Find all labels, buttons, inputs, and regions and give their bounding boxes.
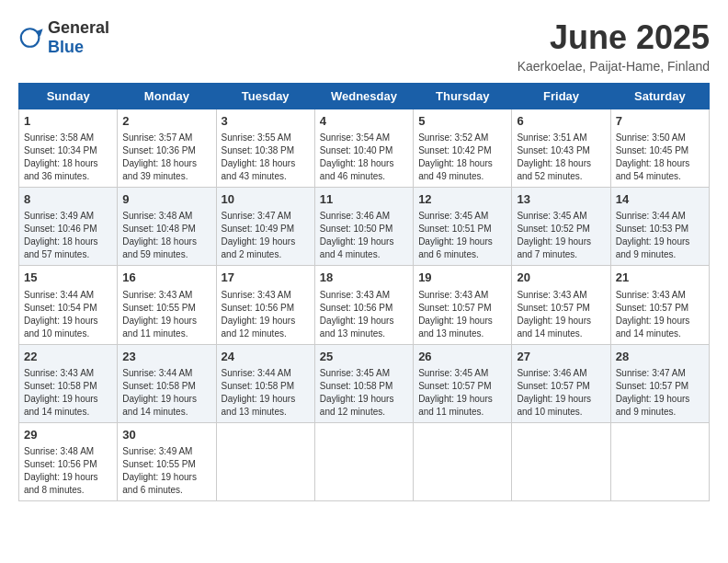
day-number: 22 (24, 349, 112, 365)
calendar-cell: 11Sunrise: 3:46 AMSunset: 10:50 PMDaylig… (314, 188, 413, 266)
day-number: 27 (517, 349, 605, 365)
calendar-cell (216, 422, 314, 500)
cell-content: 11Sunrise: 3:46 AMSunset: 10:50 PMDaylig… (320, 191, 408, 261)
calendar-week-row: 1Sunrise: 3:58 AMSunset: 10:34 PMDayligh… (19, 109, 710, 188)
calendar-cell: 26Sunrise: 3:45 AMSunset: 10:57 PMDaylig… (414, 344, 512, 422)
cell-content: 8Sunrise: 3:49 AMSunset: 10:46 PMDayligh… (24, 191, 112, 261)
calendar-week-row: 29Sunrise: 3:48 AMSunset: 10:56 PMDaylig… (19, 422, 710, 500)
cell-content: 3Sunrise: 3:55 AMSunset: 10:38 PMDayligh… (222, 113, 310, 183)
cell-content: 6Sunrise: 3:51 AMSunset: 10:43 PMDayligh… (517, 113, 605, 183)
calendar-cell: 25Sunrise: 3:45 AMSunset: 10:58 PMDaylig… (314, 344, 413, 422)
day-number: 24 (222, 349, 310, 365)
calendar-cell: 10Sunrise: 3:47 AMSunset: 10:49 PMDaylig… (216, 188, 314, 266)
calendar-cell: 7Sunrise: 3:50 AMSunset: 10:45 PMDayligh… (610, 109, 709, 188)
calendar-cell: 24Sunrise: 3:44 AMSunset: 10:58 PMDaylig… (216, 344, 314, 422)
day-number: 1 (24, 113, 112, 130)
logo: General Blue (18, 18, 109, 57)
day-number: 2 (122, 113, 210, 130)
calendar-cell: 29Sunrise: 3:48 AMSunset: 10:56 PMDaylig… (19, 422, 118, 500)
calendar-cell (610, 422, 709, 500)
calendar-cell: 12Sunrise: 3:45 AMSunset: 10:51 PMDaylig… (414, 188, 512, 266)
logo-general-text: General (48, 18, 109, 37)
cell-content: 15Sunrise: 3:44 AMSunset: 10:54 PMDaylig… (24, 270, 112, 339)
calendar-header-row: SundayMondayTuesdayWednesdayThursdayFrid… (19, 84, 710, 109)
day-number: 28 (616, 349, 704, 365)
calendar-cell: 22Sunrise: 3:43 AMSunset: 10:58 PMDaylig… (19, 344, 118, 422)
day-number: 10 (222, 191, 310, 208)
calendar-cell (512, 422, 610, 500)
cell-content: 27Sunrise: 3:46 AMSunset: 10:57 PMDaylig… (517, 349, 605, 419)
cell-content: 24Sunrise: 3:44 AMSunset: 10:58 PMDaylig… (222, 349, 310, 419)
cell-content: 9Sunrise: 3:48 AMSunset: 10:48 PMDayligh… (122, 191, 210, 261)
cell-content: 21Sunrise: 3:43 AMSunset: 10:57 PMDaylig… (616, 270, 704, 339)
calendar-cell: 9Sunrise: 3:48 AMSunset: 10:48 PMDayligh… (118, 188, 216, 266)
day-header-monday: Monday (118, 84, 216, 109)
calendar-week-row: 15Sunrise: 3:44 AMSunset: 10:54 PMDaylig… (19, 266, 710, 344)
cell-content: 2Sunrise: 3:57 AMSunset: 10:36 PMDayligh… (122, 113, 210, 183)
day-number: 29 (24, 427, 112, 443)
cell-content: 7Sunrise: 3:50 AMSunset: 10:45 PMDayligh… (616, 113, 704, 183)
day-header-sunday: Sunday (19, 84, 118, 109)
cell-content: 5Sunrise: 3:52 AMSunset: 10:42 PMDayligh… (418, 113, 506, 183)
calendar-cell: 19Sunrise: 3:43 AMSunset: 10:57 PMDaylig… (414, 266, 512, 344)
logo-blue-text: Blue (48, 38, 84, 56)
calendar-week-row: 8Sunrise: 3:49 AMSunset: 10:46 PMDayligh… (19, 188, 710, 266)
cell-content: 4Sunrise: 3:54 AMSunset: 10:40 PMDayligh… (320, 113, 408, 183)
cell-content: 10Sunrise: 3:47 AMSunset: 10:49 PMDaylig… (222, 191, 310, 261)
calendar-cell: 30Sunrise: 3:49 AMSunset: 10:55 PMDaylig… (118, 422, 216, 500)
calendar-cell: 17Sunrise: 3:43 AMSunset: 10:56 PMDaylig… (216, 266, 314, 344)
calendar-week-row: 22Sunrise: 3:43 AMSunset: 10:58 PMDaylig… (19, 344, 710, 422)
day-number: 25 (320, 349, 408, 365)
calendar-cell: 13Sunrise: 3:45 AMSunset: 10:52 PMDaylig… (512, 188, 610, 266)
location-title: Kaerkoelae, Paijat-Hame, Finland (518, 59, 710, 74)
calendar-cell: 6Sunrise: 3:51 AMSunset: 10:43 PMDayligh… (512, 109, 610, 188)
day-number: 8 (24, 191, 112, 208)
day-number: 7 (616, 113, 704, 130)
calendar-cell: 3Sunrise: 3:55 AMSunset: 10:38 PMDayligh… (216, 109, 314, 188)
calendar-body: 1Sunrise: 3:58 AMSunset: 10:34 PMDayligh… (19, 109, 710, 501)
calendar-cell: 23Sunrise: 3:44 AMSunset: 10:58 PMDaylig… (118, 344, 216, 422)
cell-content: 20Sunrise: 3:43 AMSunset: 10:57 PMDaylig… (517, 270, 605, 339)
cell-content: 19Sunrise: 3:43 AMSunset: 10:57 PMDaylig… (418, 270, 506, 339)
day-number: 5 (418, 113, 506, 130)
month-title: June 2025 (518, 18, 710, 57)
day-number: 23 (122, 349, 210, 365)
cell-content: 12Sunrise: 3:45 AMSunset: 10:51 PMDaylig… (418, 191, 506, 261)
day-number: 13 (517, 191, 605, 208)
header: General Blue June 2025 Kaerkoelae, Paija… (18, 18, 710, 74)
calendar-cell (314, 422, 413, 500)
day-number: 3 (222, 113, 310, 130)
day-number: 9 (122, 191, 210, 208)
calendar-cell: 15Sunrise: 3:44 AMSunset: 10:54 PMDaylig… (19, 266, 118, 344)
day-header-tuesday: Tuesday (216, 84, 314, 109)
day-number: 30 (122, 427, 210, 443)
cell-content: 13Sunrise: 3:45 AMSunset: 10:52 PMDaylig… (517, 191, 605, 261)
day-number: 16 (122, 270, 210, 286)
day-number: 19 (418, 270, 506, 286)
day-number: 15 (24, 270, 112, 286)
day-header-saturday: Saturday (610, 84, 709, 109)
day-number: 11 (320, 191, 408, 208)
day-header-friday: Friday (512, 84, 610, 109)
calendar-cell: 20Sunrise: 3:43 AMSunset: 10:57 PMDaylig… (512, 266, 610, 344)
cell-content: 16Sunrise: 3:43 AMSunset: 10:55 PMDaylig… (122, 270, 210, 339)
calendar-cell: 21Sunrise: 3:43 AMSunset: 10:57 PMDaylig… (610, 266, 709, 344)
cell-content: 25Sunrise: 3:45 AMSunset: 10:58 PMDaylig… (320, 349, 408, 419)
day-header-wednesday: Wednesday (314, 84, 413, 109)
svg-point-0 (21, 29, 40, 47)
cell-content: 29Sunrise: 3:48 AMSunset: 10:56 PMDaylig… (24, 427, 112, 497)
calendar-cell: 2Sunrise: 3:57 AMSunset: 10:36 PMDayligh… (118, 109, 216, 188)
calendar-cell: 27Sunrise: 3:46 AMSunset: 10:57 PMDaylig… (512, 344, 610, 422)
calendar-cell: 28Sunrise: 3:47 AMSunset: 10:57 PMDaylig… (610, 344, 709, 422)
cell-content: 26Sunrise: 3:45 AMSunset: 10:57 PMDaylig… (418, 349, 506, 419)
calendar-cell: 8Sunrise: 3:49 AMSunset: 10:46 PMDayligh… (19, 188, 118, 266)
cell-content: 18Sunrise: 3:43 AMSunset: 10:56 PMDaylig… (320, 270, 408, 339)
cell-content: 1Sunrise: 3:58 AMSunset: 10:34 PMDayligh… (24, 113, 112, 183)
calendar-cell: 14Sunrise: 3:44 AMSunset: 10:53 PMDaylig… (610, 188, 709, 266)
day-number: 4 (320, 113, 408, 130)
day-number: 17 (222, 270, 310, 286)
calendar-cell: 5Sunrise: 3:52 AMSunset: 10:42 PMDayligh… (414, 109, 512, 188)
cell-content: 28Sunrise: 3:47 AMSunset: 10:57 PMDaylig… (616, 349, 704, 419)
title-area: June 2025 Kaerkoelae, Paijat-Hame, Finla… (518, 18, 710, 74)
day-number: 18 (320, 270, 408, 286)
